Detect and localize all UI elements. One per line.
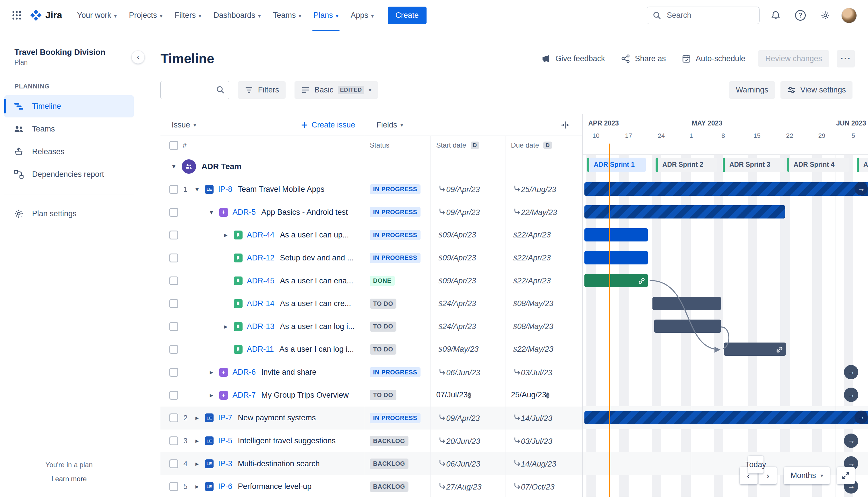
start-date-cell[interactable]: 09/Apr/23: [431, 178, 505, 201]
start-date-cell-value[interactable]: 27/Aug/23: [431, 482, 505, 492]
fullscreen-button[interactable]: [837, 467, 855, 485]
start-date-cell-value[interactable]: S09/Apr/23: [431, 230, 505, 240]
due-date-cell[interactable]: 07/Oct/23: [505, 475, 582, 497]
gantt-bar-row-11[interactable]: →: [584, 411, 868, 424]
issue-summary[interactable]: Intelligent travel suggestions: [238, 437, 336, 445]
status-badge[interactable]: BACKLOG: [370, 458, 408, 469]
start-date-cell-value[interactable]: 20/Jun/23: [431, 436, 505, 446]
gantt-bar-row-6[interactable]: [652, 297, 721, 310]
gantt-bar-row-3[interactable]: [584, 228, 648, 241]
due-date-cell-value[interactable]: 14/Jul/23: [505, 413, 582, 423]
sidebar-item-timeline[interactable]: Timeline: [4, 95, 133, 117]
issue-summary[interactable]: Invite and share: [261, 368, 316, 377]
nav-item-teams[interactable]: Teams▾: [267, 0, 307, 31]
issue-key-link[interactable]: ADR-14: [247, 299, 274, 308]
chevron-collapsed-icon[interactable]: ▸: [192, 414, 202, 422]
issue-summary[interactable]: New payment systems: [238, 413, 316, 422]
start-date-cell[interactable]: S09/May/23: [431, 338, 505, 361]
issue-summary[interactable]: As a user I can log i...: [280, 322, 355, 331]
chevron-collapsed-icon[interactable]: ▸: [221, 323, 230, 330]
sprint-chip-adr-sprint-4[interactable]: ADR Sprint 4: [787, 158, 849, 172]
status-badge[interactable]: IN PROGRESS: [370, 230, 420, 240]
issue-summary[interactable]: As a user I can log i...: [279, 345, 354, 354]
start-date-cell[interactable]: S24/Apr/23: [431, 315, 505, 338]
due-date-cell-value[interactable]: S08/May/23: [505, 322, 582, 331]
issue-summary[interactable]: As a user I can ena...: [280, 276, 353, 285]
issue-key-link[interactable]: ADR-45: [247, 276, 274, 285]
nav-item-plans[interactable]: Plans▾: [307, 0, 345, 31]
clear-date-button[interactable]: ×: [467, 393, 471, 398]
gantt-bar-row-5[interactable]: [584, 274, 648, 287]
nav-item-your-work[interactable]: Your work▾: [71, 0, 123, 31]
app-switcher-button[interactable]: [8, 6, 26, 24]
due-date-cell[interactable]: S22/May/23: [505, 338, 582, 361]
gantt-bar-row-8[interactable]: [724, 342, 786, 356]
start-date-cell[interactable]: 27/Aug/23: [431, 475, 505, 497]
status-badge[interactable]: TO DO: [370, 390, 396, 400]
row-checkbox[interactable]: [169, 482, 178, 491]
start-date-cell-value[interactable]: 09/Apr/23: [431, 413, 505, 423]
start-date-cell[interactable]: S24/Apr/23: [431, 292, 505, 315]
start-date-cell[interactable]: 20/Jun/23: [431, 429, 505, 453]
give-feedback-button[interactable]: Give feedback: [535, 51, 611, 67]
start-date-cell[interactable]: 06/Jun/23: [431, 452, 505, 475]
issue-summary[interactable]: Performance level-up: [238, 482, 312, 491]
status-badge[interactable]: TO DO: [370, 299, 396, 309]
due-date-cell[interactable]: S22/Apr/23: [505, 247, 582, 270]
clear-date-button[interactable]: ×: [546, 393, 549, 398]
due-date-cell[interactable]: 14/Jul/23: [505, 407, 582, 429]
issue-column-dropdown[interactable]: Issue ▾: [172, 120, 196, 129]
user-avatar[interactable]: [841, 8, 857, 23]
status-badge[interactable]: IN PROGRESS: [370, 413, 420, 423]
status-badge[interactable]: IN PROGRESS: [370, 184, 420, 195]
issue-summary[interactable]: As a user I can up...: [280, 230, 349, 240]
sprint-chip-adr-sprint-1[interactable]: ADR Sprint 1: [587, 158, 646, 172]
start-date-cell[interactable]: 09/Apr/23: [431, 201, 505, 224]
status-badge[interactable]: DONE: [370, 275, 395, 286]
chevron-expanded-icon[interactable]: ▾: [207, 209, 216, 216]
row-checkbox[interactable]: [169, 459, 178, 468]
due-date-cell-value[interactable]: S22/May/23: [505, 345, 582, 354]
start-date-cell-value[interactable]: 06/Jun/23: [431, 459, 505, 469]
row-checkbox[interactable]: [169, 299, 178, 308]
status-badge[interactable]: TO DO: [370, 322, 396, 332]
sidebar-item-releases[interactable]: Releases: [4, 141, 133, 163]
row-checkbox[interactable]: [169, 322, 178, 331]
row-checkbox[interactable]: [169, 345, 178, 354]
time-scale-dropdown[interactable]: Months ▾: [784, 467, 830, 485]
create-button[interactable]: Create: [388, 6, 426, 24]
sprint-chip-adr-sprint-2[interactable]: ADR Sprint 2: [655, 158, 717, 172]
chevron-collapsed-icon[interactable]: ▸: [192, 437, 202, 445]
issue-summary[interactable]: As a user I can cre...: [280, 299, 351, 308]
issue-key-link[interactable]: IP-5: [218, 437, 232, 445]
row-checkbox[interactable]: [169, 276, 178, 285]
start-date-cell[interactable]: S09/Apr/23: [431, 224, 505, 247]
select-all-checkbox[interactable]: [169, 141, 178, 150]
auto-schedule-button[interactable]: Auto-schedule: [676, 51, 751, 67]
issue-key-link[interactable]: ADR-6: [232, 368, 256, 377]
issue-key-link[interactable]: ADR-7: [232, 391, 256, 400]
today-button[interactable]: Today: [748, 456, 764, 473]
due-date-cell[interactable]: S08/May/23: [505, 292, 582, 315]
due-date-cell-value[interactable]: 03/Jul/23: [505, 368, 582, 377]
nav-item-projects[interactable]: Projects▾: [123, 0, 169, 31]
due-date-cell[interactable]: 25/Aug/23×: [505, 384, 582, 407]
status-badge[interactable]: TO DO: [370, 344, 396, 355]
warnings-button[interactable]: Warnings: [729, 81, 775, 99]
due-date-cell[interactable]: 14/Aug/23: [505, 452, 582, 475]
issue-key-link[interactable]: ADR-12: [247, 254, 274, 262]
status-badge[interactable]: IN PROGRESS: [370, 367, 420, 378]
scroll-to-bar-arrow[interactable]: →: [844, 365, 858, 379]
sidebar-collapse-button[interactable]: ‹: [131, 51, 145, 64]
create-issue-button[interactable]: Create issue: [301, 120, 359, 129]
chevron-collapsed-icon[interactable]: ▸: [221, 231, 230, 239]
gantt-bar-row-1[interactable]: →: [584, 182, 868, 196]
issue-key-link[interactable]: IP-3: [218, 459, 232, 468]
row-checkbox[interactable]: [169, 368, 178, 377]
start-date-cell[interactable]: 09/Apr/23: [431, 407, 505, 429]
start-date-cell[interactable]: 07/Jul/23×: [431, 384, 505, 407]
notifications-button[interactable]: [767, 6, 784, 24]
row-checkbox[interactable]: [169, 391, 178, 400]
start-date-cell-value[interactable]: 07/Jul/23×: [431, 390, 505, 400]
more-actions-button[interactable]: ···: [837, 50, 855, 68]
